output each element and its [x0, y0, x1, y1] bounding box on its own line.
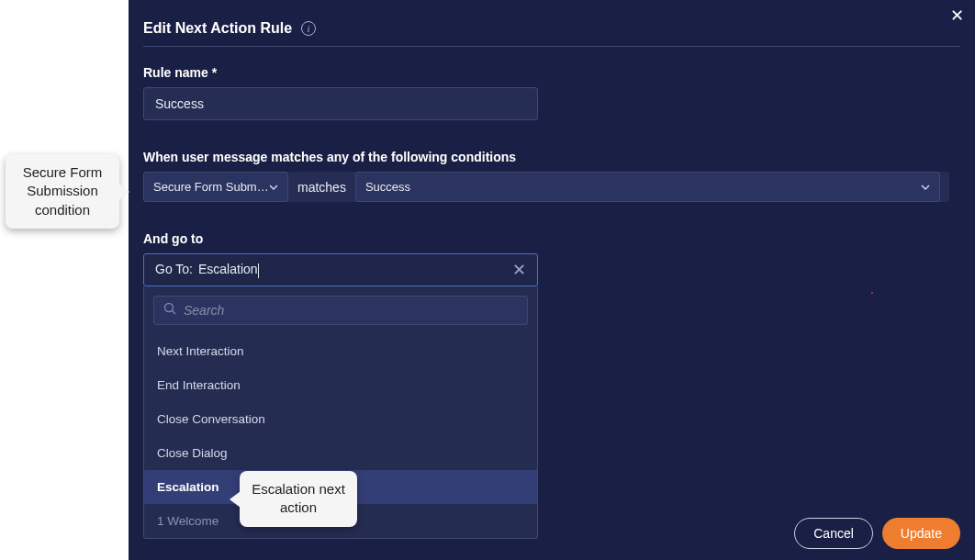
conditions-label: When user message matches any of the fol… [143, 150, 960, 164]
close-icon[interactable]: ✕ [950, 7, 964, 24]
goto-prefix: Go To: [155, 262, 193, 276]
text-caret [258, 263, 259, 278]
info-icon[interactable]: i [301, 21, 316, 36]
rule-name-label: Rule name * [143, 65, 960, 80]
goto-input[interactable]: Go To: Escalation ✕ [143, 253, 538, 286]
callout-condition: Secure Form Submission condition [6, 154, 119, 229]
svg-point-0 [165, 304, 174, 312]
condition-row: Secure Form Subm… matches Success [143, 172, 949, 202]
search-box[interactable] [153, 296, 528, 325]
decorative-dot [871, 292, 873, 294]
dialog-header: Edit Next Action Rule i [143, 20, 960, 47]
condition-type-value: Secure Form Subm… [153, 180, 269, 194]
condition-operator: matches [297, 180, 346, 195]
callout-next-action: Escalation next action [240, 471, 357, 527]
search-input[interactable] [184, 303, 518, 318]
search-icon [163, 302, 176, 319]
menu-item-close-conversation[interactable]: Close Conversation [144, 402, 537, 436]
menu-item-close-dialog[interactable]: Close Dialog [144, 436, 537, 470]
goto-text: Go To: Escalation [155, 262, 259, 277]
chevron-down-icon [269, 185, 278, 190]
clear-icon[interactable]: ✕ [512, 262, 526, 278]
cancel-button[interactable]: Cancel [794, 518, 873, 549]
chevron-down-icon [921, 185, 930, 190]
dialog-footer: Cancel Update [794, 518, 960, 549]
menu-item-end-interaction[interactable]: End Interaction [144, 368, 537, 402]
dialog-title: Edit Next Action Rule [143, 20, 292, 37]
condition-value: Success [365, 180, 410, 194]
update-button[interactable]: Update [882, 518, 960, 549]
goto-label: And go to [143, 231, 960, 246]
menu-item-next-interaction[interactable]: Next Interaction [144, 334, 537, 368]
svg-line-1 [173, 311, 176, 315]
goto-value: Escalation [198, 262, 258, 276]
condition-value-select[interactable]: Success [355, 172, 940, 202]
rule-name-input[interactable] [143, 87, 538, 120]
condition-type-select[interactable]: Secure Form Subm… [143, 172, 288, 202]
